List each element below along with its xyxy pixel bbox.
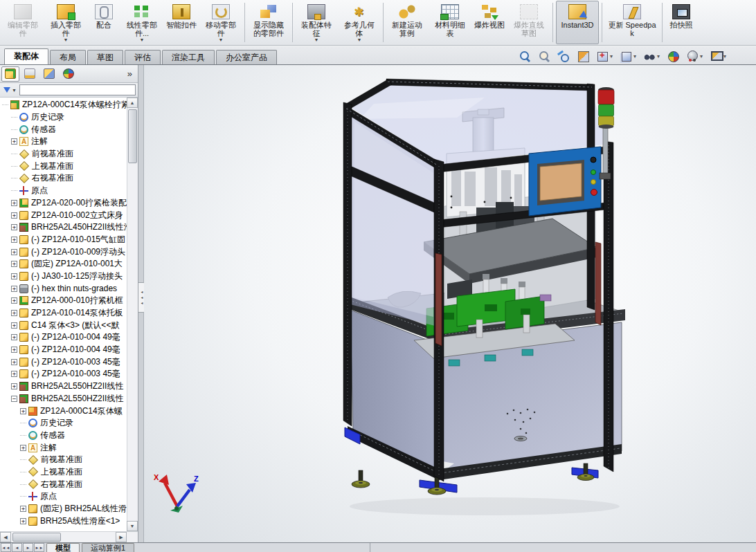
viewbar-button-section-view[interactable] [575,48,591,64]
toolbar-button-smart-fasteners[interactable]: 智能扣件 [164,1,199,44]
tree-item[interactable]: 原点 [0,490,127,503]
dropdown-arrow-icon[interactable]: ▾ [723,53,726,59]
expand-toggle[interactable]: + [11,212,17,219]
tree-item[interactable]: −BRH25A2L550HZ2II线性 [0,393,127,405]
displaymanager-tab[interactable] [60,66,78,82]
toolbar-button-instant3d[interactable]: Instant3D [556,1,599,44]
toolbar-button-move-component[interactable]: 移动零部件▼ [200,1,242,44]
viewbar-button-zoom-to-area[interactable] [536,48,552,64]
tree-vertical-scrollbar[interactable]: ▲ ▼ [127,98,138,531]
command-tab[interactable]: 办公室产品 [216,50,277,64]
scroll-up-button[interactable]: ▲ [127,98,138,108]
tree-item[interactable]: 上视基准面 [0,466,127,479]
tree-item[interactable]: +BRH25A2L550HZ2II线性 [0,380,127,393]
dropdown-arrow-icon[interactable]: ▾ [657,53,660,59]
dropdown-arrow-icon[interactable]: ▾ [633,53,636,59]
tree-item[interactable]: ZP12A-000C14泵体螺栓拧紧 [0,99,127,111]
featuremanager-tab[interactable] [1,66,19,82]
toolbar-button-reference-geometry[interactable]: 参考几何体▼ [339,1,380,44]
toolbar-button-insert-component[interactable]: 插入零部件▼ [45,1,87,44]
filter-funnel-icon[interactable] [3,87,10,93]
tree-item[interactable]: +(-) ZP12A-010-009浮动头 [0,246,127,258]
tree-item[interactable]: +(-) ZP12A-010-004 49毫 [0,331,127,344]
viewbar-button-zoom-to-fit[interactable] [516,48,533,64]
expand-toggle[interactable]: + [20,506,26,512]
expand-toggle[interactable]: + [20,408,26,414]
motion-nav-button[interactable]: ► [23,543,33,552]
tree-item[interactable]: 右视基准面 [0,478,127,490]
tree-item[interactable]: +(固定) ZP12A-010-001大 [0,258,127,270]
viewbar-button-previous-view[interactable] [555,48,572,64]
toolbar-button-exploded-view[interactable]: 爆炸视图 [472,1,507,44]
expand-toggle[interactable]: + [11,224,17,230]
viewbar-button-display-style[interactable]: ▾ [618,48,638,64]
motion-nav-button[interactable]: ◄◄ [1,543,11,552]
expand-toggle[interactable]: + [11,200,17,206]
command-tab[interactable]: 装配体 [4,48,48,64]
tree-item[interactable]: 历史记录 [0,111,127,124]
tree-item[interactable]: 传感器 [0,123,127,136]
expand-toggle[interactable]: + [11,334,17,340]
tree-item[interactable]: 上视基准面 [0,160,127,172]
toolbar-button-show-hidden-components[interactable]: 显示隐藏的零部件 [248,1,289,44]
expand-toggle[interactable]: − [11,396,17,402]
dropdown-arrow-icon[interactable]: ▾ [700,53,703,59]
reset-button[interactable] [591,180,596,185]
expand-toggle[interactable]: + [11,359,17,365]
stop-button[interactable] [591,190,597,196]
tree-item[interactable]: +ZP12A-010-014泵体托板 [0,307,127,320]
expand-toggle[interactable]: + [11,286,17,292]
dropdown-arrow-icon[interactable]: ▼ [314,37,319,44]
tree-item[interactable]: 传感器 [0,430,127,442]
dropdown-arrow-icon[interactable]: ▼ [140,37,145,44]
propertymanager-tab[interactable] [21,66,39,82]
tree-item[interactable]: +注解 [0,136,127,148]
motion-tab[interactable]: 运动算例1 [82,543,134,552]
tree-item[interactable]: +(固定) BRH25AL线性滑 [0,503,127,515]
command-tab[interactable]: 草图 [87,50,123,64]
toolbar-button-update-speedpak[interactable]: 更新 Speedpak [605,1,659,44]
tree-item[interactable]: +(-) JA30-10-125浮动接头 [0,270,127,283]
tree-filter-input[interactable] [19,84,136,95]
viewbar-button-hide-show-items[interactable]: ▾ [641,48,662,64]
cad-model-canvas[interactable] [144,65,756,542]
command-tab[interactable]: 布局 [50,50,86,64]
expand-toggle[interactable]: + [20,518,26,524]
tree-item[interactable]: +ZP12A-010-002立式床身 [0,209,127,221]
dropdown-arrow-icon[interactable]: ▼ [357,37,362,44]
expand-toggle[interactable]: + [11,261,17,267]
expand-toggle[interactable]: + [11,273,17,279]
tree-item[interactable]: +BRH25A线性滑座<1> [0,515,127,527]
expand-toggle[interactable]: + [11,383,17,389]
motion-nav-button[interactable]: ◄ [12,543,22,552]
viewbar-button-view-orientation[interactable]: ▾ [594,48,615,64]
configurationmanager-tab[interactable] [40,66,58,82]
tree-horizontal-scrollbar[interactable]: ◀ ▶ [0,531,138,542]
scroll-down-button[interactable]: ▼ [127,521,138,531]
tree-item[interactable]: 原点 [0,185,127,197]
tree-item[interactable]: +C14 泵体<3> (默认<<默 [0,319,127,331]
tree-item[interactable]: +ZP12A-020-00拧紧枪装配 [0,197,127,210]
toolbar-button-linear-component-pattern[interactable]: 线性零部件...▼ [121,1,163,44]
viewbar-button-apply-scene[interactable]: ▾ [684,48,705,64]
tree-item[interactable]: +(-) ZP12A-010-003 45毫 [0,368,127,380]
toolbar-button-mate[interactable]: 配合 [88,1,120,44]
tree-item[interactable]: +(-) ZP12A-010-015气缸固 [0,234,127,246]
toolbar-button-take-snapshot[interactable]: 拍快照 [665,1,697,44]
scroll-left-button[interactable]: ◀ [0,532,11,542]
graphics-viewport[interactable]: X Z [144,65,756,542]
scroll-right-button[interactable]: ▶ [116,532,127,542]
expand-toggle[interactable]: + [11,249,17,255]
control-panel[interactable] [529,147,601,216]
command-tab[interactable]: 渲染工具 [162,50,215,64]
motion-nav-button[interactable]: ►► [34,543,44,552]
dropdown-arrow-icon[interactable]: ▼ [64,37,69,44]
viewbar-button-edit-appearance[interactable] [665,48,681,64]
tree-item[interactable]: 前视基准面 [0,454,127,466]
tree-item[interactable]: +ZP12A-000-010拧紧机框 [0,295,127,307]
expand-toggle[interactable]: + [11,310,17,316]
tree-item[interactable]: +注解 [0,441,127,454]
dropdown-arrow-icon[interactable]: ▾ [610,53,613,59]
expand-toggle[interactable]: + [11,297,17,304]
tree-item[interactable]: +ZP12A-000C14泵体螺 [0,405,127,417]
